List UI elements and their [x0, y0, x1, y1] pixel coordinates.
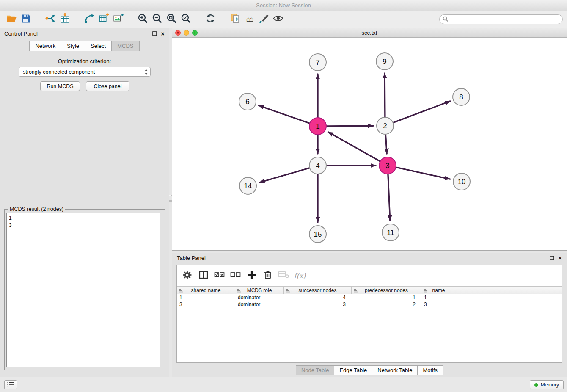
zoom-selected-button[interactable]	[179, 12, 193, 27]
column-header-successor-nodes[interactable]: successor nodes	[284, 287, 352, 294]
table-cell: 3	[177, 301, 235, 307]
control-panel-tabs: NetworkStyleSelectMCDS	[0, 41, 169, 51]
table-row[interactable]: 1dominator411	[177, 294, 562, 301]
zoom-fit-button[interactable]	[164, 12, 179, 27]
save-floppy-icon	[21, 14, 31, 25]
tab-mcds[interactable]: MCDS	[112, 41, 139, 51]
table-row[interactable]: 3dominator323	[177, 301, 562, 308]
table-cell: 3	[284, 301, 352, 307]
network-canvas[interactable]: 7968124314101511	[172, 38, 567, 250]
edge-4-14[interactable]	[259, 168, 310, 183]
deselect-all-button[interactable]	[229, 270, 242, 282]
control-panel-header: Control Panel ×	[0, 28, 169, 39]
network-overview-button[interactable]: ⌂⌂	[242, 12, 256, 27]
show-columns-button[interactable]	[197, 270, 209, 282]
node-label: 8	[459, 93, 463, 101]
node-label: 2	[383, 122, 387, 130]
edge-2-8[interactable]	[393, 101, 450, 123]
node-15[interactable]: 15	[309, 226, 326, 243]
node-14[interactable]: 14	[239, 177, 256, 194]
select-all-button[interactable]	[213, 270, 226, 282]
apply-style-button[interactable]	[256, 12, 271, 27]
zoom-in-icon	[137, 13, 149, 26]
window-titlebar: Session: New Session	[0, 0, 567, 11]
close-table-panel-icon[interactable]: ×	[558, 255, 562, 261]
open-session-button[interactable]	[4, 12, 19, 27]
show-graphics-button[interactable]	[271, 12, 285, 27]
zoom-in-button[interactable]	[135, 12, 150, 27]
export-table-button[interactable]	[96, 12, 111, 27]
zoom-out-button[interactable]	[150, 12, 164, 27]
column-label: MCDS role	[247, 287, 272, 293]
export-image-button[interactable]	[111, 12, 125, 27]
float-panel-icon[interactable]	[152, 31, 157, 36]
edge-1-6[interactable]	[259, 105, 310, 123]
sort-icon	[237, 288, 242, 294]
run-mcds-button[interactable]: Run MCDS	[40, 81, 80, 91]
tab-node-table[interactable]: Node Table	[296, 365, 335, 375]
optimization-criterion-select[interactable]: strongly connected component	[19, 67, 151, 77]
node-7[interactable]: 7	[309, 54, 326, 71]
column-header-predecessor-nodes[interactable]: predecessor nodes	[352, 287, 421, 294]
node-4[interactable]: 4	[309, 157, 326, 174]
tab-select[interactable]: Select	[85, 41, 112, 51]
table-settings-button[interactable]	[181, 270, 193, 282]
edge-2-3[interactable]	[385, 134, 387, 154]
node-3[interactable]: 3	[379, 157, 396, 174]
node-8[interactable]: 8	[453, 88, 470, 105]
column-label: predecessor nodes	[365, 287, 408, 293]
edge-1-2[interactable]	[326, 126, 373, 126]
node-11[interactable]: 11	[382, 224, 399, 241]
delete-rows-button[interactable]	[261, 270, 274, 282]
delete-table-button[interactable]	[278, 270, 290, 282]
minimize-window-icon[interactable]: −	[184, 30, 189, 36]
search-input[interactable]	[439, 14, 563, 24]
copy-document-button[interactable]	[228, 12, 242, 27]
eye-icon	[272, 13, 284, 26]
tab-motifs[interactable]: Motifs	[418, 365, 443, 375]
edge-3-10[interactable]	[396, 167, 450, 179]
table-cell: 2	[352, 301, 421, 307]
maximize-window-icon[interactable]: +	[192, 30, 198, 36]
node-2[interactable]: 2	[377, 117, 394, 134]
network-view-window: scc.txt × − + 7968124314101511	[172, 28, 567, 251]
import-table-button[interactable]	[58, 12, 72, 27]
node-9[interactable]: 9	[376, 53, 393, 70]
tab-network[interactable]: Network	[29, 41, 61, 51]
edge-3-11[interactable]	[388, 174, 390, 221]
edge-3-1[interactable]	[328, 132, 380, 162]
table-panel-header: Table Panel ×	[172, 253, 567, 263]
import-network-button[interactable]	[43, 12, 58, 27]
network-window-titlebar: scc.txt × − +	[172, 28, 567, 38]
float-table-panel-icon[interactable]	[550, 256, 554, 260]
close-panel-button[interactable]: Close panel	[86, 81, 129, 91]
memory-button[interactable]: Memory	[530, 380, 564, 389]
column-header-MCDS-role[interactable]: MCDS role	[235, 287, 284, 294]
panel-list-button[interactable]	[4, 380, 17, 389]
control-panel: Control Panel × NetworkStyleSelectMCDS O…	[0, 28, 169, 377]
checked-boxes-icon	[214, 271, 225, 281]
mcds-result-text: 13	[6, 213, 160, 367]
node-6[interactable]: 6	[239, 93, 256, 110]
result-line: 3	[9, 222, 158, 229]
fx-icon: f(x)	[294, 272, 306, 280]
tab-style[interactable]: Style	[61, 41, 85, 51]
close-panel-icon[interactable]: ×	[161, 30, 165, 37]
add-row-button[interactable]	[245, 270, 258, 282]
table-cell: dominator	[235, 301, 284, 307]
column-header-shared-name[interactable]: shared name	[177, 287, 235, 294]
tab-network-table[interactable]: Network Table	[372, 365, 418, 375]
control-panel-title: Control Panel	[4, 30, 38, 37]
node-1[interactable]: 1	[309, 118, 326, 135]
function-builder-button[interactable]: f(x)	[294, 270, 306, 282]
node-10[interactable]: 10	[453, 173, 470, 190]
edge-2-9[interactable]	[385, 73, 385, 117]
refresh-view-button[interactable]	[203, 12, 217, 27]
column-header-name[interactable]: name	[421, 287, 456, 294]
save-session-button[interactable]	[19, 12, 33, 27]
clone-network-button[interactable]	[82, 12, 96, 27]
tab-edge-table[interactable]: Edge Table	[334, 365, 372, 375]
node-label: 15	[314, 230, 322, 238]
panel-splitter[interactable]	[169, 195, 172, 202]
close-window-icon[interactable]: ×	[175, 30, 181, 36]
